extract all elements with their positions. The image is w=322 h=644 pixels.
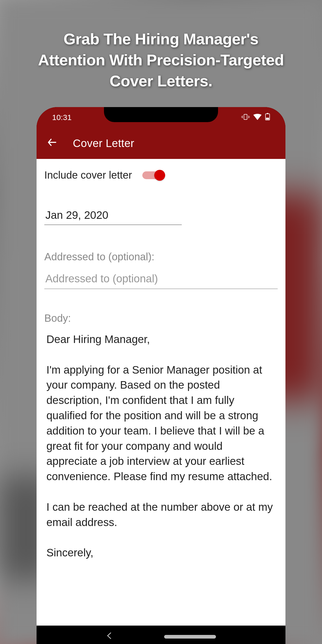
phone-frame: 10:31 (37, 107, 285, 644)
svg-rect-6 (267, 113, 268, 114)
addressed-to-input[interactable] (44, 270, 278, 289)
svg-rect-7 (266, 118, 269, 120)
app-bar: Cover Letter (37, 128, 285, 159)
content-area: Include cover letter Jan 29, 2020 Addres… (37, 159, 285, 626)
phone-notch (104, 107, 218, 122)
page-title: Cover Letter (73, 137, 134, 150)
vibrate-icon (241, 113, 250, 122)
svg-rect-0 (244, 114, 247, 120)
include-toggle-label: Include cover letter (44, 169, 132, 181)
nav-back-button[interactable] (106, 632, 112, 642)
date-field[interactable]: Jan 29, 2020 (44, 207, 182, 225)
wifi-icon (253, 113, 262, 122)
status-time: 10:31 (52, 113, 72, 122)
addressed-to-label: Addressed to (optional): (44, 251, 278, 263)
nav-home-pill[interactable] (164, 635, 216, 639)
body-textarea[interactable]: Dear Hiring Manager, I'm applying for a … (44, 332, 278, 561)
promo-headline: Grab The Hiring Manager's Attention With… (0, 0, 322, 107)
back-button[interactable] (47, 137, 57, 150)
include-toggle[interactable] (142, 171, 164, 179)
body-label: Body: (44, 312, 278, 324)
battery-icon (265, 113, 270, 122)
toggle-knob (154, 170, 165, 181)
system-nav-bar (37, 626, 285, 644)
